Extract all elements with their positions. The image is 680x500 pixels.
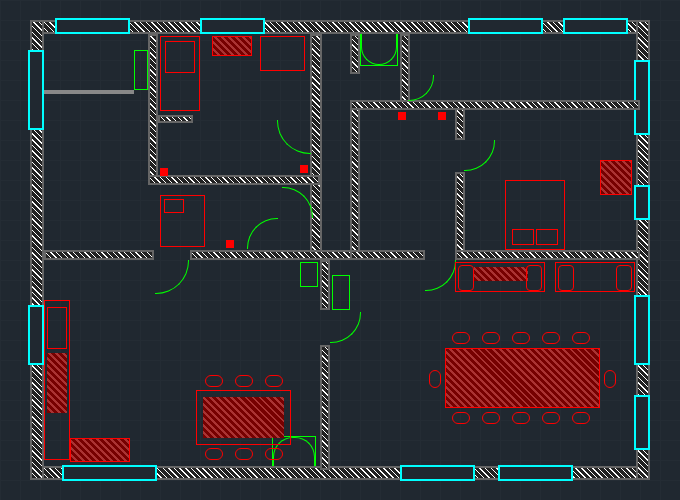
wall-int-h2b — [190, 250, 360, 260]
window-right-1 — [634, 60, 650, 135]
chair — [235, 448, 253, 460]
chair — [604, 370, 616, 388]
outlet — [398, 112, 406, 120]
outlet — [300, 165, 308, 173]
outlet — [226, 240, 234, 248]
window-top-3 — [468, 18, 543, 34]
outlet — [160, 168, 168, 176]
chair — [265, 448, 283, 460]
wall-int-v6b — [320, 345, 330, 470]
chair — [572, 332, 590, 344]
chair — [482, 412, 500, 424]
window-top-1 — [55, 18, 130, 34]
window-right-4 — [634, 395, 650, 450]
chair — [265, 375, 283, 387]
window-left-1 — [28, 50, 44, 130]
storage-corridor — [332, 275, 350, 310]
wall-int-v1 — [148, 34, 158, 184]
door-nw-room — [134, 50, 148, 90]
wall-int-v4b — [455, 172, 465, 257]
door-bed-e2 — [425, 260, 456, 291]
furn-kitchen-table — [196, 390, 291, 445]
furn-dining-table — [445, 348, 600, 408]
door-sw — [155, 260, 189, 294]
chair — [512, 412, 530, 424]
door-kitchen — [330, 312, 361, 343]
furn-counter-v — [44, 300, 70, 460]
furn-sofa-1 — [455, 262, 545, 292]
window-bottom-2 — [400, 465, 475, 481]
window-right-2 — [634, 185, 650, 220]
chair — [482, 332, 500, 344]
chair — [512, 332, 530, 344]
chair — [452, 332, 470, 344]
outlet — [438, 112, 446, 120]
furn-wardrobe-nc — [160, 36, 200, 111]
wall-int-v6a — [320, 260, 330, 310]
wall-int-h5 — [158, 115, 193, 123]
furn-nightstand-e — [600, 160, 632, 195]
chair — [205, 375, 223, 387]
wall-int-h4a — [350, 250, 425, 260]
chair — [235, 375, 253, 387]
wall-int-h4b — [455, 250, 640, 260]
door-bed-e1 — [464, 140, 495, 171]
window-top-4 — [563, 18, 628, 34]
wall-int-v3a — [350, 34, 360, 74]
furn-bed-nc — [260, 36, 305, 71]
chair — [452, 412, 470, 424]
door-mid — [247, 218, 278, 249]
window-left-2 — [28, 305, 44, 365]
door-center-1 — [277, 120, 311, 154]
door-entry-top — [360, 34, 398, 66]
wall-int-v3b — [350, 108, 360, 259]
wall-int-h3 — [350, 100, 640, 110]
furn-counter-h — [70, 438, 130, 462]
window-right-3 — [634, 295, 650, 365]
chair — [429, 370, 441, 388]
storage-corridor-2 — [300, 262, 318, 287]
window-top-2 — [200, 18, 265, 34]
chair — [572, 412, 590, 424]
chair — [542, 332, 560, 344]
furn-bed-cw — [160, 195, 205, 247]
door-bath — [408, 75, 434, 101]
furn-bed-e — [505, 180, 565, 250]
wall-int-h2a — [44, 250, 154, 260]
chair — [542, 412, 560, 424]
furn-bed-nw — [44, 90, 134, 94]
wall-int-v2 — [310, 34, 322, 259]
floor-plan — [0, 0, 680, 500]
window-bottom-3 — [498, 465, 573, 481]
door-center-2 — [282, 187, 313, 218]
furn-sofa-2 — [555, 262, 635, 292]
wall-int-h1 — [148, 175, 320, 185]
chair — [205, 448, 223, 460]
window-bottom-1 — [62, 465, 157, 481]
furn-rug-nc — [212, 36, 252, 56]
